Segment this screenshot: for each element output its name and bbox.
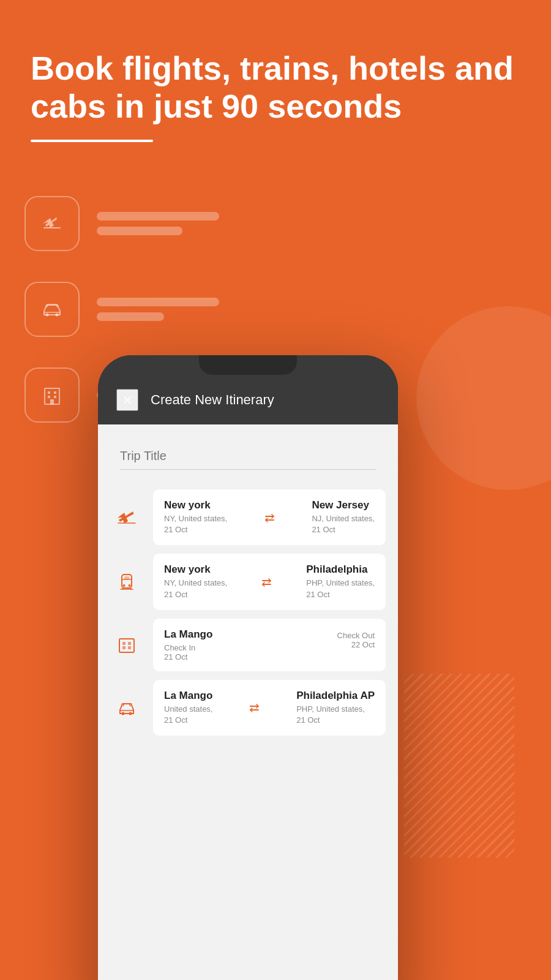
bg-car-icon-box: [24, 282, 80, 337]
svg-point-12: [129, 584, 131, 587]
from-sub: NY, United states,21 Oct: [164, 513, 227, 535]
check-out-date: 22 Oct: [351, 640, 375, 649]
building-icon: [38, 381, 66, 409]
swap-icon: ⇄: [243, 700, 266, 715]
from-sub: NY, United states,21 Oct: [164, 578, 227, 600]
separator: [98, 611, 398, 619]
cab-to: Philadelphia AP PHP, United states,21 Oc…: [296, 690, 375, 726]
car-icon: [38, 295, 66, 323]
svg-rect-16: [124, 576, 129, 579]
svg-rect-18: [122, 642, 126, 645]
bg-row-plane: [24, 196, 219, 251]
svg-rect-4: [48, 391, 50, 394]
phone-frame: × Create New Itinerary: [98, 355, 398, 980]
bg-plane-lines: [97, 212, 219, 235]
hotel-card[interactable]: La Mango Check In 21 Oct Check Out 22 Oc…: [153, 619, 386, 671]
trip-title-area: [98, 424, 398, 489]
train-card[interactable]: New york NY, United states,21 Oct ⇄ Phil…: [153, 554, 386, 609]
svg-rect-6: [48, 396, 50, 398]
svg-rect-7: [54, 396, 56, 398]
from-sub: United states,21 Oct: [164, 704, 213, 726]
train-item[interactable]: New york NY, United states,21 Oct ⇄ Phil…: [98, 554, 398, 609]
bg-car-lines: [97, 298, 219, 321]
svg-rect-19: [128, 642, 131, 645]
svg-point-23: [122, 712, 125, 715]
header-section: Book flights, trains, hotels and cabs in…: [31, 49, 520, 142]
svg-rect-8: [50, 399, 54, 404]
cab-item[interactable]: La Mango United states,21 Oct ⇄ Philadel…: [98, 680, 398, 736]
separator: [98, 546, 398, 554]
to-sub: PHP, United states,21 Oct: [296, 704, 375, 726]
separator: [98, 673, 398, 680]
svg-rect-21: [128, 646, 131, 649]
from-city: La Mango: [164, 690, 213, 702]
plane-icon: [38, 209, 66, 238]
train-icon: [110, 565, 143, 598]
hotel-checkout: Check Out 22 Oct: [337, 628, 375, 649]
from-city: New york: [164, 499, 227, 511]
cab-icon: [110, 691, 143, 724]
modal-body: New york NY, United states,21 Oct ⇄ New …: [98, 424, 398, 980]
trip-title-input[interactable]: [120, 449, 376, 470]
flight-to: New Jersey NJ, United states,21 Oct: [312, 499, 375, 535]
bg-row-car: [24, 282, 219, 337]
hotel-info: La Mango Check In 21 Oct: [164, 628, 212, 662]
to-city: Philadelphia: [306, 564, 375, 576]
swap-icon: ⇄: [255, 575, 278, 589]
bg-line: [97, 298, 219, 306]
itinerary-list: New york NY, United states,21 Oct ⇄ New …: [98, 489, 398, 980]
bg-plane-icon-box: [24, 196, 80, 251]
hotel-icon: [110, 628, 143, 662]
bg-building-icon-box: [24, 368, 80, 423]
flight-item[interactable]: New york NY, United states,21 Oct ⇄ New …: [98, 489, 398, 545]
close-button[interactable]: ×: [116, 389, 138, 411]
modal-title: Create New Itinerary: [151, 392, 274, 408]
bg-line: [97, 227, 182, 235]
cab-from: La Mango United states,21 Oct: [164, 690, 213, 726]
svg-point-1: [46, 314, 49, 317]
bg-line: [97, 312, 164, 321]
to-sub: PHP, United states,21 Oct: [306, 578, 375, 600]
svg-rect-5: [54, 391, 56, 394]
header-title: Book flights, trains, hotels and cabs in…: [31, 49, 520, 125]
header-divider: [31, 140, 153, 142]
svg-rect-20: [122, 646, 126, 649]
hotel-item[interactable]: La Mango Check In 21 Oct Check Out 22 Oc…: [98, 619, 398, 671]
deco-lines: [404, 674, 514, 858]
hotel-name: La Mango: [164, 628, 212, 641]
check-out-label: Check Out: [337, 631, 375, 640]
svg-point-24: [129, 712, 132, 715]
bg-line: [97, 212, 219, 221]
svg-rect-17: [119, 639, 134, 652]
flight-icon: [110, 501, 143, 534]
train-from: New york NY, United states,21 Oct: [164, 564, 227, 600]
phone-inner: × Create New Itinerary: [98, 355, 398, 980]
cab-card[interactable]: La Mango United states,21 Oct ⇄ Philadel…: [153, 680, 386, 736]
flight-card[interactable]: New york NY, United states,21 Oct ⇄ New …: [153, 489, 386, 545]
from-city: New york: [164, 564, 227, 576]
svg-point-2: [56, 314, 59, 317]
to-sub: NJ, United states,21 Oct: [312, 513, 375, 535]
svg-point-11: [123, 584, 126, 587]
flight-from: New york NY, United states,21 Oct: [164, 499, 227, 535]
check-in-date: 21 Oct: [164, 652, 212, 662]
check-in-label: Check In: [164, 643, 212, 652]
to-city: Philadelphia AP: [296, 690, 375, 702]
to-city: New Jersey: [312, 499, 375, 511]
phone-notch: [199, 355, 297, 375]
swap-icon: ⇄: [258, 510, 281, 525]
train-to: Philadelphia PHP, United states,21 Oct: [306, 564, 375, 600]
